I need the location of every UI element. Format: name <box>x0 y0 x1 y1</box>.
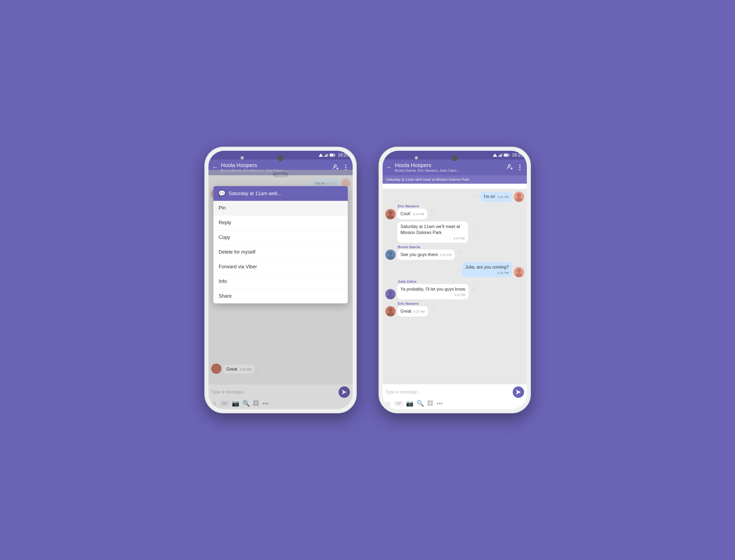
svg-point-30 <box>515 273 522 277</box>
context-item-forward[interactable]: Forward via Viber <box>213 260 348 274</box>
bubble-wrap-1: I'm in! 6:24 PM <box>481 192 512 202</box>
small-dot-left <box>241 156 244 159</box>
bubble-6: Ya probably, I'll let you guys know 6:25… <box>397 284 469 299</box>
svg-point-20 <box>508 165 510 167</box>
back-button-right[interactable]: ← <box>386 164 392 171</box>
bubble-1: I'm in! 6:24 PM <box>481 192 512 202</box>
context-item-info[interactable]: Info <box>213 274 348 289</box>
svg-rect-1 <box>324 156 325 157</box>
svg-rect-19 <box>504 154 508 156</box>
avatar-outgoing-2 <box>514 267 524 277</box>
like-icon-6[interactable]: ♡ <box>472 287 475 292</box>
svg-point-23 <box>517 193 521 198</box>
table-row: ♡ I'm in! 6:24 PM <box>385 192 524 202</box>
input-area-right: Type a message... ☺ GIF 📷 🔍 🖼 ••• <box>383 384 527 409</box>
svg-marker-35 <box>516 390 521 395</box>
context-menu-left: 💬 Saturday at 11am well... Pin Reply Cop… <box>213 186 348 303</box>
table-row: Eric Navarro Cool! 6:24 PM ♡ <box>385 204 524 219</box>
bubble-2: Cool! 6:24 PM <box>397 209 428 219</box>
bubble-wrap-5: Julia, are you coming? 6:24 PM <box>462 262 512 277</box>
svg-rect-4 <box>328 153 328 157</box>
context-item-delete[interactable]: Delete for myself <box>213 245 348 260</box>
bubble-3: Saturday at 11am we'll meet at Mission D… <box>397 221 468 243</box>
bubble-wrap-2: Eric Navarro Cool! 6:24 PM <box>397 204 428 219</box>
svg-point-25 <box>388 211 393 215</box>
bubble-wrap-7: Eric Navarro Great 6:25 PM <box>397 301 428 316</box>
like-icon-5[interactable]: ♡ <box>456 267 460 272</box>
message-input-right[interactable]: Type a message... <box>385 390 510 395</box>
pinned-banner[interactable]: Saturday at 11am we'll meet at Mission D… <box>383 175 527 184</box>
avatar-bruno-1 <box>385 250 396 260</box>
small-dot-right <box>415 156 418 159</box>
more-icon-right[interactable]: ••• <box>436 400 443 407</box>
status-time-right: 18:25 <box>512 153 523 158</box>
svg-point-24 <box>515 198 522 202</box>
gif-icon-right[interactable]: GIF <box>395 401 403 406</box>
svg-rect-14 <box>500 155 500 157</box>
avatar-eric-1 <box>385 209 396 219</box>
header-info-right: Hoola Hoopers Bruno Garcia, Eric Navarro… <box>395 162 504 173</box>
phone-inner-left: 18:25 ← Hoola Hoopers Bruno Garcia, Eric… <box>208 151 353 409</box>
toolbar-right: ☺ GIF 📷 🔍 🖼 ••• <box>385 400 524 407</box>
bubble-wrap-3: Saturday at 11am we'll meet at Mission D… <box>397 221 468 243</box>
svg-rect-3 <box>327 154 327 157</box>
add-participant-icon-right[interactable] <box>507 164 513 171</box>
more-options-icon-right[interactable]: ⋮ <box>516 164 523 171</box>
input-row-right: Type a message... <box>385 386 524 398</box>
like-icon-4[interactable]: ♡ <box>458 250 462 255</box>
image-icon-right[interactable]: 🖼 <box>427 400 433 407</box>
svg-point-34 <box>387 312 394 316</box>
phone-left: 18:25 ← Hoola Hoopers Bruno Garcia, Eric… <box>204 147 357 413</box>
bubble-4: See you guys there 6:25 PM <box>397 250 455 260</box>
chat-area-right: ♡ I'm in! 6:24 PM <box>383 189 527 409</box>
like-icon-2[interactable]: ♡ <box>430 209 434 214</box>
context-item-share[interactable]: Share <box>213 289 348 303</box>
send-button-right[interactable] <box>513 386 524 398</box>
search-image-icon-right[interactable]: 🔍 <box>417 400 424 407</box>
bubble-7: Great 6:25 PM <box>397 306 428 316</box>
header-subtitle-right: Bruno Garcia, Eric Navarro, Julia Calvo … <box>395 168 504 173</box>
bubble-wrap-4: Bruno Garcia See you guys there 6:25 PM <box>397 245 455 260</box>
header-title-left: Hoola Hoopers <box>221 162 330 168</box>
header-icons-right: ⋮ <box>507 164 523 171</box>
context-item-pin[interactable]: Pin <box>213 201 348 216</box>
like-icon-3[interactable]: ♡ <box>471 229 475 235</box>
svg-point-33 <box>388 308 393 312</box>
svg-point-32 <box>387 295 394 299</box>
like-icon-7[interactable]: ♡ <box>431 306 435 312</box>
svg-point-27 <box>388 251 393 256</box>
camera-left <box>278 155 284 161</box>
svg-marker-0 <box>319 153 323 157</box>
messages-list-right: ♡ I'm in! 6:24 PM <box>383 189 527 384</box>
phone-inner-right: 18:25 ← Hoola Hoopers Bruno Garcia, Eric… <box>383 151 527 409</box>
camera-icon-right[interactable]: 📷 <box>406 400 413 407</box>
avatar-julia-1 <box>385 289 396 299</box>
context-menu-header: 💬 Saturday at 11am well... <box>213 186 348 201</box>
camera-right <box>452 155 458 161</box>
svg-marker-12 <box>493 153 497 157</box>
svg-point-8 <box>334 165 336 167</box>
bubble-sender-4: Bruno Garcia <box>397 245 455 249</box>
emoji-icon-right[interactable]: ☺ <box>385 400 391 407</box>
svg-rect-2 <box>325 155 326 157</box>
phone-right: 18:25 ← Hoola Hoopers Bruno Garcia, Eric… <box>379 147 531 413</box>
table-row: ♡ Julia, are you coming? 6:24 PM <box>385 262 524 277</box>
bubble-sender-7: Eric Navarro <box>397 301 428 306</box>
svg-rect-13 <box>499 156 499 157</box>
status-icons-right <box>493 153 510 157</box>
table-row: Bruno Garcia See you guys there 6:25 PM … <box>385 245 524 260</box>
table-row: Saturday at 11am we'll meet at Mission D… <box>385 221 524 243</box>
bubble-sender-6: Julia Calvo <box>397 279 469 284</box>
svg-point-26 <box>387 215 394 219</box>
svg-point-28 <box>387 256 394 260</box>
like-icon-1[interactable]: ♡ <box>475 194 479 199</box>
avatar-outgoing-1 <box>514 192 524 202</box>
bubble-wrap-6: Julia Calvo Ya probably, I'll let you gu… <box>397 279 469 299</box>
context-item-copy[interactable]: Copy <box>213 230 348 245</box>
bubble-5: Julia, are you coming? 6:24 PM <box>462 262 512 277</box>
context-item-reply[interactable]: Reply <box>213 216 348 230</box>
svg-rect-15 <box>501 154 502 157</box>
chat-header-right: ← Hoola Hoopers Bruno Garcia, Eric Navar… <box>383 159 527 175</box>
svg-point-29 <box>517 269 521 273</box>
svg-rect-6 <box>334 155 335 156</box>
